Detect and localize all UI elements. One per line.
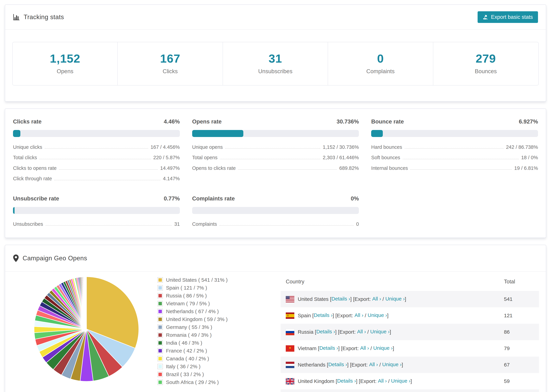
details-link[interactable]: Details ›: [328, 362, 347, 367]
map-pin-icon: [13, 254, 19, 262]
flag-ru-icon: [286, 329, 294, 335]
geo-table-row: Netherlands [Details ›] [Export: All › /…: [281, 357, 539, 373]
rate-progress-fill: [192, 130, 243, 137]
export-all-link[interactable]: All ›: [360, 345, 369, 351]
export-all-link[interactable]: All ›: [369, 362, 378, 367]
rate-detail-label: Soft bounces: [371, 155, 400, 160]
export-all-link[interactable]: All ›: [354, 312, 363, 318]
rate-detail-row: Internal bounces 19 / 6.81%: [371, 166, 538, 171]
rate-progress-fill: [13, 130, 20, 137]
dotted-leader: [46, 225, 172, 226]
legend-item: Russia ( 86 / 5% ): [157, 293, 250, 299]
rate-detail-row: Hard bounces 242 / 86.738%: [371, 145, 538, 150]
rate-block-unsubscribe-rate: Unsubscribe rate 0.77% Unsubscribes 31: [13, 195, 180, 227]
dotted-leader: [403, 159, 519, 159]
total-column-header: Total: [499, 274, 539, 291]
details-link[interactable]: Details ›: [337, 378, 356, 384]
legend-swatch: [157, 356, 163, 361]
country-name: United Kingdom: [298, 378, 334, 384]
rate-detail-label: Complaints: [192, 222, 217, 227]
geo-table-row: Vietnam [Details ›] [Export: All › / Uni…: [281, 340, 539, 357]
export-all-link[interactable]: All ›: [357, 329, 366, 334]
country-name: Spain: [298, 313, 311, 318]
summary-value: 1,152: [13, 52, 117, 65]
export-all-link[interactable]: All ›: [372, 296, 381, 301]
legend-swatch: [157, 372, 163, 377]
export-unique-link[interactable]: Unique ›: [391, 378, 410, 384]
summary-label: Unsubscribes: [223, 68, 328, 75]
rate-detail-value: 2,303 / 61.446%: [323, 155, 359, 160]
legend-swatch: [157, 317, 163, 322]
rate-block-clicks-rate: Clicks rate 4.46% Unique clicks 167 / 4.…: [13, 118, 180, 181]
country-cell: Netherlands [Details ›] [Export: All › /…: [281, 357, 499, 373]
dotted-leader: [404, 148, 504, 149]
rate-progress-fill: [13, 207, 14, 214]
legend-swatch: [157, 285, 163, 291]
summary-value: 167: [118, 52, 222, 65]
legend-swatch: [157, 309, 163, 314]
summary-cell-complaints: 0 Complaints: [328, 42, 433, 85]
rate-value: 30.736%: [337, 118, 359, 125]
legend-swatch: [157, 348, 163, 354]
legend-item: Italy ( 36 / 2% ): [157, 364, 250, 369]
rate-detail-row: Total clicks 220 / 5.87%: [13, 155, 180, 160]
summary-cell-opens: 1,152 Opens: [13, 42, 118, 85]
legend-label: South Africa ( 29 / 2% ): [166, 379, 219, 385]
rate-value: 6.927%: [519, 118, 538, 125]
details-link[interactable]: Details ›: [316, 329, 335, 334]
dotted-leader: [238, 169, 337, 170]
legend-label: Canada ( 40 / 2% ): [166, 356, 209, 362]
country-total: 79: [499, 340, 539, 357]
legend-swatch: [157, 293, 163, 298]
rate-detail-label: Clicks to opens rate: [13, 166, 57, 171]
rate-detail-value: 31: [174, 222, 180, 227]
legend-label: United Kingdom ( 59 / 3% ): [166, 316, 228, 322]
geo-table-row: Russia [Details ›] [Export: All › / Uniq…: [281, 324, 539, 340]
legend-label: Spain ( 121 / 7% ): [166, 285, 207, 291]
summary-stats: 1,152 Opens 167 Clicks 31 Unsubscribes 0…: [12, 42, 539, 85]
details-link[interactable]: Details ›: [319, 345, 338, 351]
details-link[interactable]: Details ›: [332, 296, 350, 301]
country-total: 121: [499, 307, 539, 324]
flag-nl-icon: [286, 362, 294, 368]
geo-table: Country Total United States [Details ›] …: [281, 274, 539, 392]
legend-label: Brazil ( 33 / 2% ): [166, 371, 204, 377]
country-cell: United States [Details ›] [Export: All ›…: [281, 291, 499, 307]
geo-opens-card: Campaign Geo Opens United States ( 541 /…: [5, 245, 546, 392]
summary-cell-bounces: 279 Bounces: [433, 42, 538, 85]
dotted-leader: [225, 148, 320, 149]
rate-detail-row: Soft bounces 18 / 0%: [371, 155, 538, 160]
legend-label: Germany ( 55 / 3% ): [166, 324, 212, 330]
export-unique-link[interactable]: Unique ›: [370, 329, 390, 334]
rate-detail-row: Opens to clicks rate 689.82%: [192, 166, 359, 171]
export-unique-link[interactable]: Unique ›: [368, 312, 387, 318]
legend-swatch: [157, 301, 163, 306]
export-unique-link[interactable]: Unique ›: [373, 345, 393, 351]
summary-value: 279: [433, 52, 538, 65]
legend-item: Spain ( 121 / 7% ): [157, 285, 250, 291]
rate-title: Complaints rate: [192, 195, 235, 202]
flag-vn-icon: [286, 345, 294, 352]
rate-detail-row: Unique opens 1,152 / 30.736%: [192, 145, 359, 150]
dotted-leader: [410, 169, 512, 170]
export-basic-stats-button[interactable]: Export basic stats: [478, 11, 538, 23]
export-unique-link[interactable]: Unique ›: [385, 296, 405, 301]
flag-us-icon: [286, 296, 294, 302]
rate-detail-label: Unique opens: [192, 145, 223, 150]
legend-swatch: [157, 340, 163, 346]
export-all-link[interactable]: All ›: [378, 378, 387, 384]
export-unique-link[interactable]: Unique ›: [382, 362, 402, 367]
rate-detail-label: Total opens: [192, 155, 218, 160]
export-button-label: Export basic stats: [491, 14, 533, 20]
geo-title: Campaign Geo Opens: [23, 255, 87, 262]
dotted-leader: [45, 148, 148, 149]
legend-label: Netherlands ( 67 / 4% ): [166, 308, 219, 314]
legend-swatch: [157, 332, 163, 338]
rate-detail-label: Unique clicks: [13, 145, 42, 150]
rate-detail-row: Unique clicks 167 / 4.456%: [13, 145, 180, 150]
legend-label: Italy ( 36 / 2% ): [166, 364, 201, 369]
legend-item: United States ( 541 / 31% ): [157, 277, 250, 283]
details-link[interactable]: Details ›: [314, 312, 332, 318]
dotted-leader: [219, 225, 354, 226]
rate-progress-track: [192, 130, 359, 137]
